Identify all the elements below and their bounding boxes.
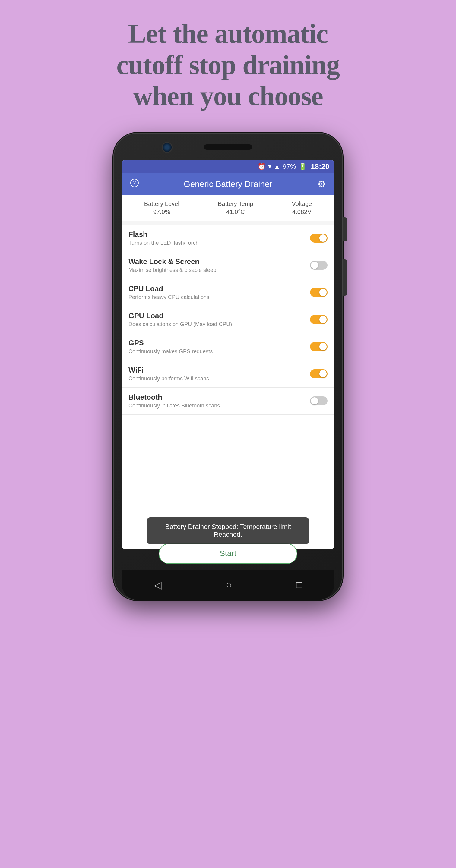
status-bar: ⏰ ▾ ▲ 97% 🔋 18:20	[122, 160, 334, 173]
settings-icon[interactable]: ⚙	[315, 179, 328, 189]
toggle-knob	[311, 261, 318, 269]
toggle-text: GPS Continuously makes GPS requests	[129, 339, 212, 355]
toggle-desc: Turns on the LED flash/Torch	[129, 240, 198, 246]
toggle-title: WiFi	[129, 366, 209, 374]
toggle-desc: Does calculations on GPU (May load CPU)	[129, 321, 232, 328]
alarm-icon: ⏰	[258, 163, 266, 170]
back-button[interactable]: ◁	[154, 579, 162, 591]
toggle-title: Bluetooth	[129, 393, 220, 401]
toggle-switch[interactable]	[310, 315, 327, 324]
battery-stat-item: Voltage 4.082V	[292, 200, 312, 216]
toggle-desc: Continuously performs Wifi scans	[129, 375, 209, 382]
status-time: 18:20	[311, 162, 329, 171]
stat-value: 4.082V	[292, 209, 311, 216]
power-button	[343, 259, 347, 296]
headline-line1: Let the automatic	[128, 19, 328, 49]
stat-label: Battery Temp	[218, 200, 253, 207]
toggle-item: GPS Continuously makes GPS requests	[122, 333, 334, 361]
toggle-desc: Performs heavy CPU calculations	[129, 294, 209, 301]
phone-device: ⏰ ▾ ▲ 97% 🔋 18:20 ? Generic Battery Drai…	[113, 133, 343, 600]
volume-button	[343, 217, 347, 241]
toggle-item: WiFi Continuously performs Wifi scans	[122, 361, 334, 388]
toggle-text: WiFi Continuously performs Wifi scans	[129, 366, 209, 382]
status-icons: ⏰ ▾ ▲ 97% 🔋 18:20	[258, 162, 329, 171]
toggle-desc: Continuously initiates Bluetooth scans	[129, 403, 220, 409]
battery-stats: Battery Level 97.0% Battery Temp 41.0°C …	[122, 195, 334, 221]
toggle-text: GPU Load Does calculations on GPU (May l…	[129, 312, 232, 328]
start-button[interactable]: Start	[159, 544, 297, 564]
signal-icon: ▲	[274, 163, 281, 170]
toast-text: Battery Drainer Stopped: Temperature lim…	[165, 523, 291, 538]
stat-value: 41.0°C	[226, 209, 245, 216]
toggle-knob	[319, 235, 326, 242]
toggle-knob	[311, 397, 318, 404]
battery-stat-item: Battery Temp 41.0°C	[218, 200, 253, 216]
toggle-knob	[319, 316, 326, 323]
battery-stat-item: Battery Level 97.0%	[144, 200, 179, 216]
headline-line2: cutoff stop draining	[116, 50, 340, 80]
toggle-title: Wake Lock & Screen	[129, 257, 216, 266]
toggle-text: Flash Turns on the LED flash/Torch	[129, 230, 198, 246]
toggle-switch[interactable]	[310, 342, 327, 351]
toggle-item: GPU Load Does calculations on GPU (May l…	[122, 306, 334, 333]
phone-screen: ⏰ ▾ ▲ 97% 🔋 18:20 ? Generic Battery Drai…	[122, 160, 334, 549]
toggle-text: Wake Lock & Screen Maximise brightness &…	[129, 257, 216, 273]
toggle-list: Flash Turns on the LED flash/Torch Wake …	[122, 225, 334, 549]
stat-label: Battery Level	[144, 200, 179, 207]
app-title: Generic Battery Drainer	[141, 179, 315, 189]
toggle-title: Flash	[129, 230, 198, 239]
toggle-item: Wake Lock & Screen Maximise brightness &…	[122, 252, 334, 279]
battery-percent: 97%	[283, 163, 296, 170]
toggle-desc: Maximise brightness & disable sleep	[129, 267, 216, 273]
stat-label: Voltage	[292, 200, 312, 207]
toggle-item: CPU Load Performs heavy CPU calculations	[122, 279, 334, 306]
headline: Let the automatic cutoff stop draining w…	[92, 18, 364, 112]
toggle-text: Bluetooth Continuously initiates Bluetoo…	[129, 393, 220, 409]
toggle-switch[interactable]	[310, 234, 327, 243]
toggle-title: CPU Load	[129, 284, 209, 293]
toggle-item: Bluetooth Continuously initiates Bluetoo…	[122, 388, 334, 415]
wifi-status-icon: ▾	[268, 163, 272, 170]
toggle-switch[interactable]	[310, 396, 327, 405]
toggle-title: GPU Load	[129, 312, 232, 320]
phone-speaker	[204, 144, 252, 150]
toggle-switch[interactable]	[310, 288, 327, 297]
help-icon[interactable]: ?	[128, 179, 141, 189]
bottom-nav: ◁ ○ □	[122, 570, 334, 600]
toast-message: Battery Drainer Stopped: Temperature lim…	[147, 518, 309, 544]
toggle-title: GPS	[129, 339, 212, 347]
battery-icon: 🔋	[298, 163, 307, 170]
toggle-switch[interactable]	[310, 261, 327, 270]
toggle-knob	[319, 343, 326, 350]
start-label: Start	[220, 549, 236, 558]
toggle-switch[interactable]	[310, 369, 327, 378]
svg-text:?: ?	[133, 180, 136, 185]
recent-button[interactable]: □	[296, 579, 302, 590]
app-bar: ? Generic Battery Drainer ⚙	[122, 173, 334, 195]
stat-value: 97.0%	[153, 209, 170, 216]
toggle-desc: Continuously makes GPS requests	[129, 348, 212, 355]
headline-line3: when you choose	[133, 81, 323, 111]
toggle-text: CPU Load Performs heavy CPU calculations	[129, 284, 209, 301]
phone-camera	[162, 142, 172, 153]
toggle-knob	[319, 289, 326, 296]
toggle-knob	[319, 370, 326, 377]
home-button[interactable]: ○	[226, 579, 232, 590]
toggle-item: Flash Turns on the LED flash/Torch	[122, 225, 334, 252]
